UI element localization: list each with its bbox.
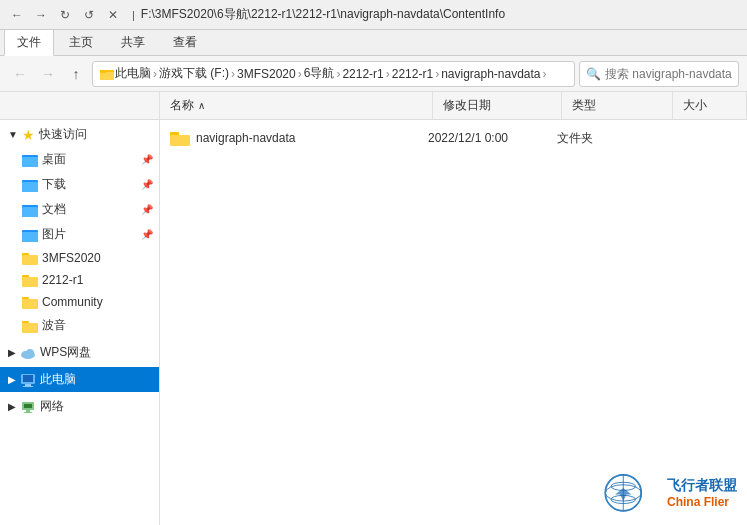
sidebar-item-community[interactable]: Community xyxy=(0,291,159,313)
star-icon: ★ xyxy=(22,127,35,143)
search-input[interactable] xyxy=(605,67,732,81)
nav-forward-button[interactable]: → xyxy=(36,62,60,86)
sidebar-item-3mfs[interactable]: 3MFS2020 xyxy=(0,247,159,269)
network-section: ▶ 网络 xyxy=(0,394,159,419)
undo-icon[interactable]: ↻ xyxy=(56,6,74,24)
file-type-cell: 文件夹 xyxy=(557,130,660,147)
title-path: F:\3MFS2020\6导航\2212-r1\2212-r1\navigrap… xyxy=(141,6,739,23)
sort-arrow-icon: ∧ xyxy=(198,100,205,111)
file-date-cell: 2022/12/1 0:00 xyxy=(428,131,549,145)
computer-icon xyxy=(20,373,36,387)
svg-rect-1 xyxy=(100,72,114,80)
network-header[interactable]: ▶ 网络 xyxy=(0,394,159,419)
expand-icon: ▼ xyxy=(8,129,18,140)
redo-icon[interactable]: ↺ xyxy=(80,6,98,24)
svg-rect-2 xyxy=(100,70,106,73)
breadcrumb[interactable]: 此电脑 › 游戏下载 (F:) › 3MFS2020 › 6导航 › 2212-… xyxy=(92,61,575,87)
column-header-name[interactable]: 名称 ∧ xyxy=(160,92,433,119)
close-icon[interactable]: ✕ xyxy=(104,6,122,24)
sidebar-item-download[interactable]: 下载 📌 xyxy=(0,172,159,197)
breadcrumb-2212-r1a: 2212-r1 xyxy=(342,67,383,81)
folder-boeing-icon xyxy=(22,319,38,333)
title-separator: | xyxy=(132,9,135,21)
docs-folder-icon xyxy=(22,203,38,217)
tab-view[interactable]: 查看 xyxy=(160,29,210,55)
wps-expand-icon: ▶ xyxy=(8,347,16,358)
tab-file[interactable]: 文件 xyxy=(4,29,54,56)
pin-icon-2: 📌 xyxy=(141,179,153,190)
computer-label: 此电脑 xyxy=(40,371,76,388)
quick-access-header[interactable]: ▼ ★ 快速访问 xyxy=(0,122,159,147)
network-expand-icon: ▶ xyxy=(8,401,16,412)
svg-rect-28 xyxy=(26,410,30,412)
search-icon: 🔍 xyxy=(586,67,601,81)
svg-rect-6 xyxy=(22,182,38,192)
title-bar: ← → ↻ ↺ ✕ | F:\3MFS2020\6导航\2212-r1\2212… xyxy=(0,0,747,30)
sidebar-item-2212[interactable]: 2212-r1 xyxy=(0,269,159,291)
column-header-row: 名称 ∧ 修改日期 类型 大小 xyxy=(0,92,747,120)
desktop-folder-icon xyxy=(22,153,38,167)
svg-rect-14 xyxy=(22,277,38,287)
folder-community-icon xyxy=(22,295,38,309)
svg-point-21 xyxy=(26,349,34,357)
breadcrumb-2212-r1b: 2212-r1 xyxy=(392,67,433,81)
pin-icon-4: 📌 xyxy=(141,229,153,240)
svg-rect-12 xyxy=(22,255,38,265)
breadcrumb-computer: 此电脑 xyxy=(115,65,151,82)
svg-rect-29 xyxy=(24,412,32,413)
folder-file-icon xyxy=(170,130,190,146)
pin-icon: 📌 xyxy=(141,154,153,165)
folder-breadcrumb-icon xyxy=(99,66,115,82)
column-header-size[interactable]: 大小 xyxy=(673,92,747,119)
sidebar-item-computer[interactable]: ▶ 此电脑 xyxy=(0,367,159,392)
sidebar-item-boeing[interactable]: 波音 xyxy=(0,313,159,338)
breadcrumb-drive: 游戏下载 (F:) xyxy=(159,65,229,82)
wps-cloud-icon xyxy=(20,345,36,361)
column-header-type[interactable]: 类型 xyxy=(562,92,673,119)
pictures-folder-icon xyxy=(22,228,38,242)
sidebar: ▼ ★ 快速访问 桌面 📌 下载 📌 xyxy=(0,120,160,525)
column-header-date[interactable]: 修改日期 xyxy=(433,92,562,119)
search-box[interactable]: 🔍 xyxy=(579,61,739,87)
sidebar-item-pictures[interactable]: 图片 📌 xyxy=(0,222,159,247)
tab-share[interactable]: 共享 xyxy=(108,29,158,55)
breadcrumb-navdata: navigraph-navdata xyxy=(441,67,540,81)
folder-3mfs-icon xyxy=(22,251,38,265)
svg-rect-24 xyxy=(25,384,31,386)
forward-icon[interactable]: → xyxy=(32,6,50,24)
computer-expand-icon: ▶ xyxy=(8,374,16,385)
file-name-cell: navigraph-navdata xyxy=(170,130,420,146)
nav-back-button[interactable]: ← xyxy=(8,62,32,86)
network-icon xyxy=(20,400,36,414)
sidebar-header-spacer xyxy=(0,92,160,119)
quick-access-section: ▼ ★ 快速访问 桌面 📌 下载 📌 xyxy=(0,122,159,338)
nav-up-button[interactable]: ↑ xyxy=(64,62,88,86)
svg-rect-18 xyxy=(22,323,38,333)
address-bar: ← → ↑ 此电脑 › 游戏下载 (F:) › 3MFS2020 › 6导航 ›… xyxy=(0,56,747,92)
svg-rect-27 xyxy=(24,404,32,408)
main-area: ▼ ★ 快速访问 桌面 📌 下载 📌 xyxy=(0,120,747,525)
computer-section: ▶ 此电脑 xyxy=(0,367,159,392)
breadcrumb-3mfs: 3MFS2020 xyxy=(237,67,296,81)
network-label: 网络 xyxy=(40,398,64,415)
back-icon[interactable]: ← xyxy=(8,6,26,24)
svg-rect-8 xyxy=(22,207,38,217)
wps-section: ▶ WPS网盘 xyxy=(0,340,159,365)
ribbon-tabs: 文件 主页 共享 查看 xyxy=(0,30,747,56)
tab-home[interactable]: 主页 xyxy=(56,29,106,55)
svg-rect-23 xyxy=(23,375,33,382)
svg-rect-31 xyxy=(170,135,190,146)
svg-rect-16 xyxy=(22,299,38,309)
wps-label: WPS网盘 xyxy=(40,344,91,361)
svg-rect-25 xyxy=(23,386,33,387)
svg-rect-4 xyxy=(22,157,38,167)
sidebar-item-docs[interactable]: 文档 📌 xyxy=(0,197,159,222)
table-row[interactable]: navigraph-navdata 2022/12/1 0:00 文件夹 xyxy=(160,124,747,152)
svg-rect-10 xyxy=(22,232,38,242)
content-area: navigraph-navdata 2022/12/1 0:00 文件夹 xyxy=(160,120,747,525)
pin-icon-3: 📌 xyxy=(141,204,153,215)
quick-access-label: 快速访问 xyxy=(39,126,87,143)
wps-header[interactable]: ▶ WPS网盘 xyxy=(0,340,159,365)
sidebar-item-desktop[interactable]: 桌面 📌 xyxy=(0,147,159,172)
download-folder-icon xyxy=(22,178,38,192)
